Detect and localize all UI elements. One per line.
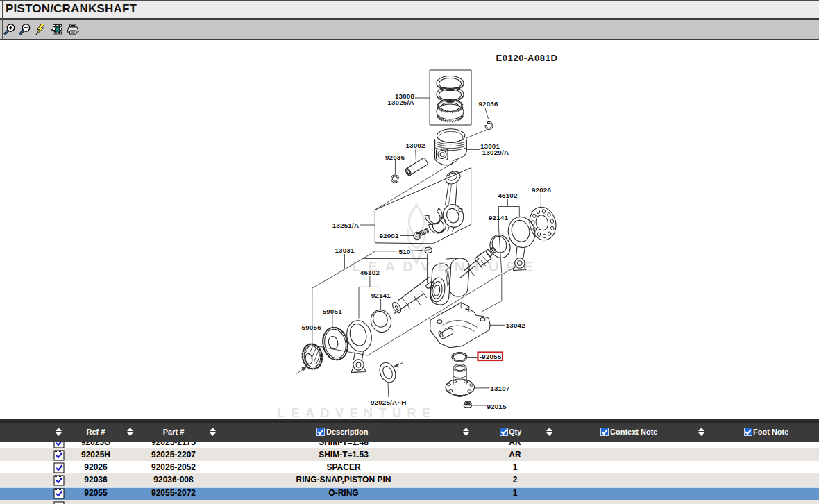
svg-text:92036: 92036 — [478, 100, 498, 108]
svg-text:13107: 13107 — [490, 385, 510, 392]
svg-text:92025/A~H: 92025/A~H — [371, 398, 407, 406]
svg-text:92141: 92141 — [489, 214, 509, 221]
svg-text:13002: 13002 — [405, 142, 425, 149]
svg-text:13042: 13042 — [506, 321, 526, 329]
svg-text:-92055: -92055 — [480, 353, 502, 360]
svg-text:59056: 59056 — [302, 324, 322, 331]
svg-text:LEADVENTURE: LEADVENTURE — [278, 406, 437, 420]
svg-text:92026: 92026 — [532, 186, 552, 194]
svg-text:LEADVENTURE: LEADVENTURE — [352, 259, 541, 274]
svg-text:92002: 92002 — [379, 232, 399, 240]
svg-text:46102: 46102 — [360, 269, 380, 276]
svg-text:92141: 92141 — [371, 292, 391, 299]
svg-text:59051: 59051 — [323, 308, 343, 315]
svg-text:92036: 92036 — [385, 153, 405, 161]
svg-text:13025/A: 13025/A — [387, 99, 414, 106]
svg-text:92015: 92015 — [487, 403, 507, 410]
svg-text:13029/A: 13029/A — [482, 149, 509, 156]
svg-text:46102: 46102 — [498, 192, 518, 199]
svg-text:510: 510 — [399, 248, 411, 255]
svg-text:13031: 13031 — [335, 246, 355, 254]
svg-text:13251/A: 13251/A — [332, 221, 359, 229]
svg-text:E0120-A081D: E0120-A081D — [496, 53, 558, 63]
